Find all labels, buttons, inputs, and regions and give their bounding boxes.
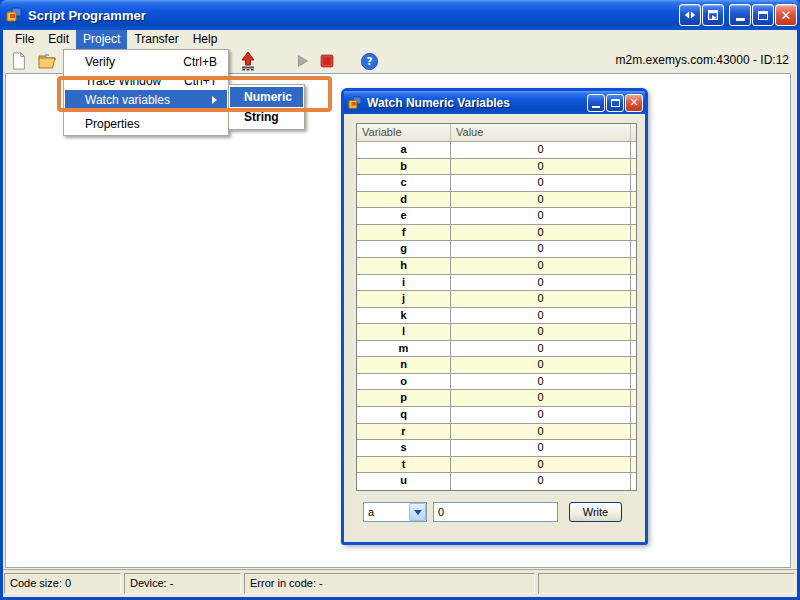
cell-filler	[631, 159, 636, 175]
cell-value: 0	[451, 357, 631, 373]
table-row[interactable]: e 0	[357, 208, 636, 225]
table-row[interactable]: f 0	[357, 225, 636, 242]
watch-maximize-button[interactable]	[606, 94, 624, 112]
upload-icon	[238, 51, 258, 71]
cell-value: 0	[451, 159, 631, 175]
menu-item-edit[interactable]: Edit	[41, 30, 76, 49]
maximize-button[interactable]	[752, 4, 774, 26]
stop-button[interactable]	[316, 50, 338, 72]
cell-filler	[631, 208, 636, 224]
menu-item-properties[interactable]: Properties	[65, 114, 227, 133]
watch-submenu: Numeric String	[228, 84, 305, 130]
table-row[interactable]: n 0	[357, 357, 636, 374]
chevron-down-icon	[414, 510, 422, 515]
menu-item-verify[interactable]: Verify Ctrl+B	[65, 52, 227, 71]
cell-filler	[631, 407, 636, 423]
cell-filler	[631, 473, 636, 490]
cell-filler	[631, 390, 636, 406]
table-row[interactable]: l 0	[357, 324, 636, 341]
upload-button[interactable]	[237, 50, 259, 72]
minimize-button[interactable]	[729, 4, 751, 26]
cell-filler	[631, 324, 636, 340]
detach-window-button[interactable]	[702, 4, 724, 26]
cell-value: 0	[451, 258, 631, 274]
variable-select[interactable]: a	[363, 502, 427, 522]
cell-filler	[631, 175, 636, 191]
table-row[interactable]: d 0	[357, 192, 636, 209]
menu-item-transfer[interactable]: Transfer	[127, 30, 185, 49]
write-button[interactable]: Write	[569, 502, 622, 522]
table-row[interactable]: h 0	[357, 258, 636, 275]
close-button[interactable]: ✕	[775, 4, 797, 26]
status-empty	[538, 573, 795, 594]
watch-close-button[interactable]: ✕	[625, 94, 643, 112]
cell-value: 0	[451, 440, 631, 456]
cell-filler	[631, 142, 636, 158]
pan-horizontal-button[interactable]	[679, 4, 701, 26]
table-row[interactable]: s 0	[357, 440, 636, 457]
table-row[interactable]: j 0	[357, 291, 636, 308]
help-button[interactable]: ?	[358, 50, 380, 72]
watch-window: Watch Numeric Variables ✕ Variable Value…	[341, 88, 648, 545]
open-file-button[interactable]	[36, 50, 58, 72]
cell-variable: c	[357, 175, 451, 191]
table-row[interactable]: a 0	[357, 142, 636, 159]
status-bar: Code size: 0 Device: - Error in code: -	[3, 569, 797, 597]
cell-value: 0	[451, 424, 631, 440]
connection-status: m2m.exemys.com:43000 - ID:12	[616, 49, 789, 72]
svg-text:?: ?	[366, 55, 372, 67]
cell-filler	[631, 275, 636, 291]
cell-value: 0	[451, 275, 631, 291]
table-body: a 0 b 0 c 0 d 0	[357, 142, 636, 490]
cell-filler	[631, 457, 636, 473]
menu-bar: File Edit Project Transfer Help	[3, 30, 797, 49]
menu-label: Verify	[85, 55, 115, 69]
cell-variable: q	[357, 407, 451, 423]
close-icon: ✕	[781, 9, 792, 22]
menu-item-watch-variables[interactable]: Watch variables	[65, 90, 227, 109]
header-value[interactable]: Value	[451, 124, 631, 141]
cell-variable: d	[357, 192, 451, 208]
table-row[interactable]: b 0	[357, 159, 636, 176]
menu-item-file[interactable]: File	[8, 30, 41, 49]
menu-item-project[interactable]: Project	[76, 30, 127, 49]
combo-dropdown-button[interactable]	[409, 503, 426, 521]
table-row[interactable]: c 0	[357, 175, 636, 192]
cell-variable: a	[357, 142, 451, 158]
watch-minimize-button[interactable]	[587, 94, 605, 112]
new-file-button[interactable]	[8, 50, 30, 72]
table-row[interactable]: o 0	[357, 374, 636, 391]
run-button[interactable]	[291, 50, 313, 72]
table-row[interactable]: u 0	[357, 473, 636, 490]
watch-window-titlebar: Watch Numeric Variables ✕	[344, 91, 645, 114]
header-variable[interactable]: Variable	[357, 124, 451, 141]
cell-value: 0	[451, 324, 631, 340]
table-row[interactable]: p 0	[357, 390, 636, 407]
table-row[interactable]: m 0	[357, 341, 636, 358]
table-row[interactable]: g 0	[357, 241, 636, 258]
detach-window-icon	[706, 8, 720, 22]
table-row[interactable]: i 0	[357, 275, 636, 292]
table-row[interactable]: r 0	[357, 424, 636, 441]
maximize-icon	[611, 99, 620, 107]
cell-value: 0	[451, 225, 631, 241]
table-row[interactable]: t 0	[357, 457, 636, 474]
cell-value: 0	[451, 341, 631, 357]
cell-value: 0	[451, 142, 631, 158]
cell-variable: b	[357, 159, 451, 175]
menu-item-trace-window[interactable]: Trace Window Ctrl+T	[65, 71, 227, 90]
cell-variable: u	[357, 473, 451, 490]
cell-variable: i	[357, 275, 451, 291]
table-row[interactable]: q 0	[357, 407, 636, 424]
table-row[interactable]: k 0	[357, 308, 636, 325]
variables-table: Variable Value a 0 b 0 c 0	[356, 123, 637, 491]
app-icon	[6, 7, 22, 23]
write-value-input[interactable]	[433, 502, 558, 522]
cell-filler	[631, 357, 636, 373]
submenu-item-numeric[interactable]: Numeric	[230, 87, 303, 107]
window-frame: Script Programmer ✕ File Edit Project Tr…	[0, 0, 800, 600]
menu-item-help[interactable]: Help	[186, 30, 225, 49]
submenu-item-string[interactable]: String	[230, 107, 303, 127]
table-header: Variable Value	[357, 124, 636, 142]
help-icon: ?	[360, 52, 379, 71]
